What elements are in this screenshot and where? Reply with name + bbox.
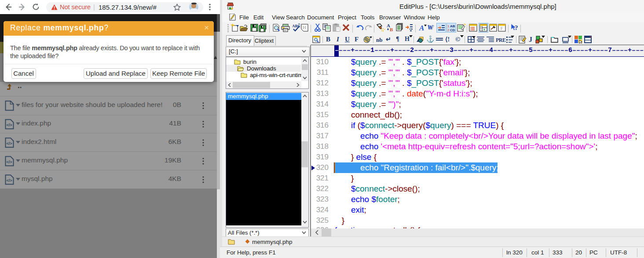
svg-text:CD: CD [450, 28, 455, 32]
svg-text:A: A [419, 24, 424, 32]
svg-text:2: 2 [447, 28, 450, 32]
svg-text:H: H [303, 25, 306, 30]
svg-text:W: W [427, 24, 434, 31]
svg-text:1: 1 [447, 24, 450, 28]
svg-text:F: F [501, 26, 503, 31]
svg-text:AB: AB [450, 24, 455, 28]
svg-text:B: B [390, 27, 393, 32]
svg-text:?: ? [515, 24, 518, 31]
